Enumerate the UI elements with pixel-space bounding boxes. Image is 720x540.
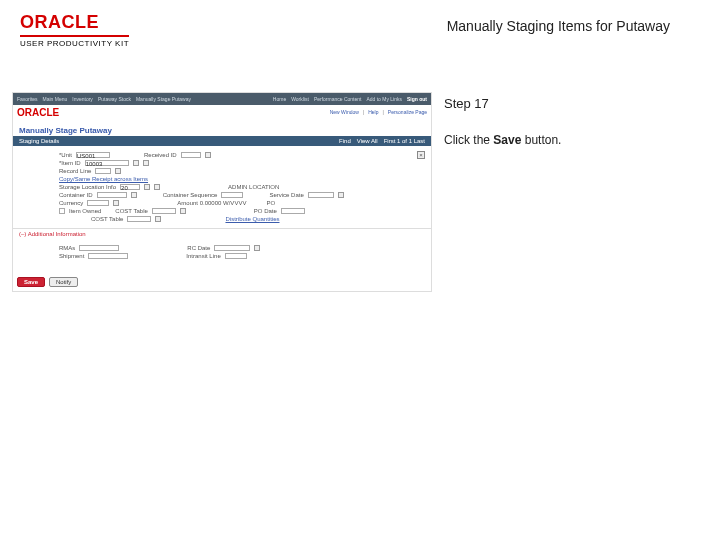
- item-owned-label: Item Owned: [69, 208, 101, 214]
- details-title: Staging Details: [19, 138, 59, 144]
- amount-label: Amount 0.00000 W/VVVV: [177, 200, 246, 206]
- rmas-field[interactable]: [79, 245, 119, 251]
- close-icon[interactable]: ×: [417, 151, 425, 159]
- details-bar: Staging Details Find View All First 1 of…: [13, 136, 431, 146]
- nav-link-perf[interactable]: Performance Content: [314, 96, 362, 102]
- search-icon[interactable]: [131, 192, 137, 198]
- copy-receipt-link[interactable]: Copy/Same Receipt across Items: [59, 176, 148, 182]
- cost-table-label: COST Table: [115, 208, 147, 214]
- additional-info-header[interactable]: (–) Additional Information: [13, 228, 431, 239]
- notify-button[interactable]: Notify: [49, 277, 78, 287]
- search-icon[interactable]: [144, 184, 150, 190]
- unit-field[interactable]: US001: [76, 152, 110, 158]
- received-id-field[interactable]: [181, 152, 201, 158]
- pager[interactable]: First 1 of 1 Last: [384, 138, 425, 144]
- inner-brand-logo: ORACLE: [17, 107, 59, 118]
- signout-link[interactable]: Sign out: [407, 96, 427, 102]
- service-date-field[interactable]: [308, 192, 334, 198]
- rc-date-field[interactable]: [214, 245, 250, 251]
- embedded-screenshot: Favorites Main Menu Inventory Putaway St…: [12, 92, 432, 292]
- breadcrumb-item[interactable]: Favorites: [17, 96, 38, 102]
- find-link[interactable]: Find: [339, 138, 351, 144]
- breadcrumb-item[interactable]: Putaway Stock: [98, 96, 131, 102]
- storage-loc-field[interactable]: 20: [120, 184, 140, 190]
- rmas-label: RMAs: [59, 245, 75, 251]
- shipment-label: Shipment: [59, 253, 84, 259]
- calendar-icon[interactable]: [143, 160, 149, 166]
- viewall-link[interactable]: View All: [357, 138, 378, 144]
- inner-page-heading: Manually Stage Putaway: [13, 125, 431, 136]
- po-label: PO: [266, 200, 275, 206]
- header-strip: ORACLE New Window | Help | Personalize P…: [13, 105, 431, 125]
- link-help[interactable]: Help: [368, 109, 378, 115]
- admin-loc-label: ADMIN LOCATION: [228, 184, 279, 190]
- link-new-window[interactable]: New Window: [330, 109, 359, 115]
- step-text: Click the Save button.: [444, 133, 708, 147]
- breadcrumb-item[interactable]: Inventory: [72, 96, 93, 102]
- rc-date-label: RC Date: [187, 245, 210, 251]
- logo-block: ORACLE USER PRODUCTIVITY KIT: [20, 12, 129, 48]
- record-line-label: Record Line: [59, 168, 91, 174]
- intransit-line-field[interactable]: [225, 253, 247, 259]
- item-id-field[interactable]: 10003: [85, 160, 129, 166]
- search-icon[interactable]: [154, 184, 160, 190]
- received-id-label: Received ID: [144, 152, 177, 158]
- save-button[interactable]: Save: [17, 277, 45, 287]
- container-id-label: Container ID: [59, 192, 93, 198]
- container-seq-label: Container Sequence: [163, 192, 218, 198]
- cost-table-2-label: COST Table: [91, 216, 123, 222]
- container-seq-field[interactable]: [221, 192, 243, 198]
- container-id-field[interactable]: [97, 192, 127, 198]
- calendar-icon[interactable]: [254, 245, 260, 251]
- calendar-icon[interactable]: [338, 192, 344, 198]
- breadcrumb-item[interactable]: Main Menu: [43, 96, 68, 102]
- record-line-field[interactable]: [95, 168, 111, 174]
- distribute-qty-link[interactable]: Distribute Quantities: [225, 216, 279, 222]
- search-icon[interactable]: [133, 160, 139, 166]
- search-icon[interactable]: [113, 200, 119, 206]
- nav-link-home[interactable]: Home: [273, 96, 286, 102]
- nav-link-worklist[interactable]: Worklist: [291, 96, 309, 102]
- search-icon[interactable]: [180, 208, 186, 214]
- cost-table-2-field[interactable]: [127, 216, 151, 222]
- page-title: Manually Staging Items for Putaway: [447, 18, 670, 34]
- search-icon[interactable]: [115, 168, 121, 174]
- po-date-field[interactable]: [281, 208, 305, 214]
- item-owned-checkbox[interactable]: [59, 208, 65, 214]
- form-area: *Unit US001 Received ID *Item ID 10003 R…: [13, 146, 431, 228]
- service-date-label: Service Date: [269, 192, 303, 198]
- search-icon[interactable]: [205, 152, 211, 158]
- unit-label: *Unit: [59, 152, 72, 158]
- shipment-field[interactable]: [88, 253, 128, 259]
- brand-underline: [20, 35, 129, 37]
- link-personalize[interactable]: Personalize Page: [388, 109, 427, 115]
- cost-table-field[interactable]: [152, 208, 176, 214]
- item-id-label: *Item ID: [59, 160, 81, 166]
- brand-logo: ORACLE: [20, 12, 129, 33]
- po-date-label: PO Date: [254, 208, 277, 214]
- search-icon[interactable]: [155, 216, 161, 222]
- breadcrumb-item[interactable]: Manually Stage Putaway: [136, 96, 191, 102]
- nav-link-addlinks[interactable]: Add to My Links: [366, 96, 402, 102]
- instructions-panel: Step 17 Click the Save button.: [444, 92, 708, 292]
- navbar: Favorites Main Menu Inventory Putaway St…: [13, 93, 431, 105]
- currency-field[interactable]: [87, 200, 109, 206]
- intransit-line-label: Intransit Line: [186, 253, 220, 259]
- step-number: Step 17: [444, 96, 708, 111]
- currency-label: Currency: [59, 200, 83, 206]
- brand-subtitle: USER PRODUCTIVITY KIT: [20, 39, 129, 48]
- storage-loc-label: Storage Location Info: [59, 184, 116, 190]
